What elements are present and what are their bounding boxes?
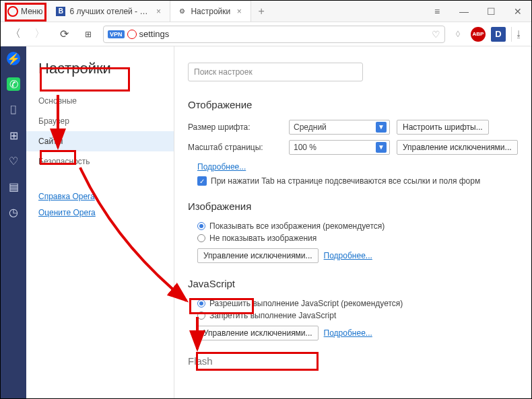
tab-title: Настройки	[191, 7, 230, 16]
window-close-icon[interactable]: ✕	[504, 1, 531, 22]
sidebar-item-basic[interactable]: Основные	[26, 91, 174, 111]
content-area: Поиск настроек Отображение Размер шрифта…	[174, 46, 531, 398]
js-allow-label: Разрешить выполнение JavaScript (рекомен…	[209, 299, 403, 308]
section-heading: JavaScript	[188, 278, 518, 289]
js-allow-radio[interactable]	[197, 299, 205, 307]
messenger-icon[interactable]: ⚡	[7, 52, 20, 65]
font-size-label: Размер шрифта:	[188, 122, 282, 132]
section-images: Изображения Показывать все изображения (…	[188, 201, 518, 263]
sidebar-item-sites[interactable]: Сайты	[26, 131, 174, 151]
back-button[interactable]: 〈	[6, 25, 25, 44]
page-zoom-select[interactable]: 100 %▼	[289, 140, 390, 155]
reload-button[interactable]: ⟳	[55, 25, 73, 44]
title-bar: Меню B 6 лучших отелей - Мертв × ⚙ Настр…	[1, 1, 531, 22]
tab-2-settings[interactable]: ⚙ Настройки ×	[170, 1, 251, 22]
opera-url-icon	[127, 30, 137, 39]
font-size-select[interactable]: Средний▼	[289, 120, 390, 135]
clock-icon[interactable]: ◷	[7, 205, 20, 219]
images-hide-radio[interactable]	[197, 234, 205, 242]
js-exceptions-button[interactable]: Управление исключениями...	[197, 326, 319, 340]
speed-dial-icon[interactable]: ⊞	[79, 25, 98, 44]
menu-button[interactable]: Меню	[1, 1, 49, 22]
shield-icon[interactable]: ◊	[451, 27, 465, 42]
images-exceptions-button[interactable]: Управление исключениями...	[197, 248, 319, 263]
section-heading: Изображения	[188, 201, 518, 212]
window-minimize-icon[interactable]: —	[451, 1, 477, 22]
customize-fonts-button[interactable]: Настроить шрифты...	[397, 120, 489, 135]
bookmark-heart-icon[interactable]: ♡	[432, 29, 440, 40]
chevron-down-icon: ▼	[376, 122, 387, 133]
images-show-radio[interactable]	[197, 222, 205, 230]
opera-logo-icon	[7, 6, 18, 17]
section-javascript: JavaScript Разрешить выполнение JavaScri…	[188, 278, 518, 340]
heart-rail-icon[interactable]: ♡	[7, 154, 20, 168]
sidebar-item-browser[interactable]: Браузер	[26, 111, 174, 131]
camera-icon[interactable]: ⌷	[7, 103, 20, 116]
tab-close-icon[interactable]: ×	[154, 7, 163, 16]
tab-title: 6 лучших отелей - Мертв	[69, 7, 149, 16]
settings-search-input[interactable]: Поиск настроек	[188, 63, 363, 81]
vpn-badge[interactable]: VPN	[108, 30, 125, 38]
page-zoom-label: Масштаб страницы:	[188, 143, 282, 152]
page-title: Настройки	[26, 60, 174, 91]
section-heading: Отображение	[188, 99, 518, 110]
forward-button: 〉	[30, 25, 49, 44]
extension-d-icon[interactable]: D	[491, 27, 506, 42]
adblock-icon[interactable]: ABP	[471, 27, 486, 42]
section-display: Отображение Размер шрифта: Средний▼ Наст…	[188, 99, 518, 186]
js-block-label: Запретить выполнение JavaScript	[209, 311, 336, 320]
search-placeholder: Поиск настроек	[194, 67, 253, 77]
tab-close-icon[interactable]: ×	[234, 7, 244, 16]
tab-favicon-icon: B	[56, 7, 65, 16]
tab-1[interactable]: B 6 лучших отелей - Мертв ×	[49, 1, 170, 22]
section-heading: Flash	[188, 355, 518, 367]
whatsapp-icon[interactable]: ✆	[7, 77, 20, 91]
images-more-link[interactable]: Подробнее...	[324, 251, 372, 260]
left-rail: ⚡ ✆ ⌷ ⊞ ♡ ▤ ◷	[1, 46, 26, 398]
help-link[interactable]: Справка Opera	[38, 192, 162, 201]
js-more-link[interactable]: Подробнее...	[324, 328, 372, 338]
menu-label: Меню	[21, 7, 42, 16]
images-hide-label: Не показывать изображения	[209, 233, 317, 243]
download-icon[interactable]: ⭳	[511, 27, 526, 42]
url-input-container[interactable]: VPN ♡	[103, 26, 445, 43]
settings-sidebar: Настройки Основные Браузер Сайты Безопас…	[26, 46, 174, 398]
window-menu-icon[interactable]: ≡	[424, 1, 451, 22]
sidebar-item-security[interactable]: Безопасность	[26, 151, 174, 172]
zoom-exceptions-button[interactable]: Управление исключениями...	[397, 140, 518, 155]
address-bar: 〈 〉 ⟳ ⊞ VPN ♡ ◊ ABP D ⭳	[1, 22, 531, 46]
tab-highlight-checkbox[interactable]: ✓	[197, 176, 207, 186]
section-flash: Flash	[188, 355, 518, 367]
tab-highlight-label: При нажатии Tab на странице подсвечивают…	[211, 176, 480, 186]
gear-icon: ⚙	[177, 7, 187, 16]
url-input[interactable]	[139, 29, 429, 39]
display-more-link[interactable]: Подробнее...	[197, 162, 246, 172]
grid-icon[interactable]: ⊞	[7, 129, 20, 142]
images-show-label: Показывать все изображения (рекомендуетс…	[209, 221, 385, 231]
new-tab-button[interactable]: +	[251, 1, 271, 22]
chevron-down-icon: ▼	[376, 142, 387, 153]
js-block-radio[interactable]	[197, 312, 205, 320]
news-icon[interactable]: ▤	[7, 180, 20, 193]
rate-link[interactable]: Оцените Opera	[38, 208, 162, 217]
window-maximize-icon[interactable]: ☐	[477, 1, 504, 22]
